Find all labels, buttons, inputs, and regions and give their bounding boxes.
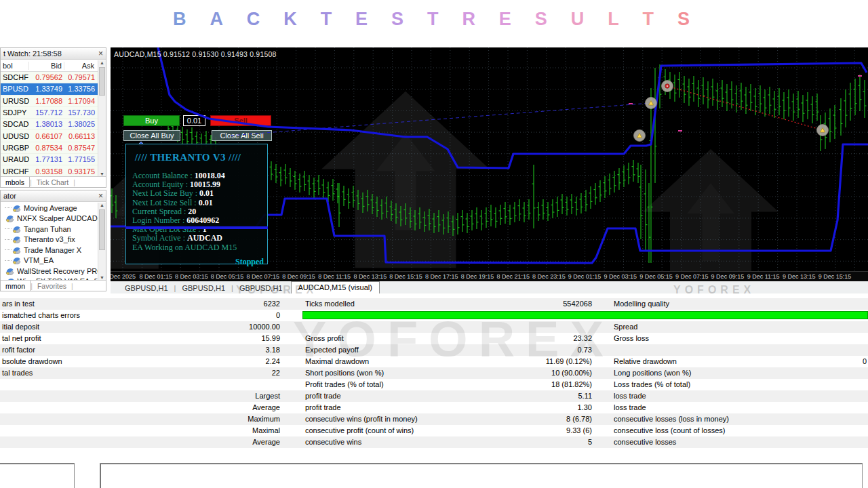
- expert-advisor-icon: [12, 256, 21, 264]
- navigator-tree: Moving AverageNXFX Scalper AUDCAD(Tangan…: [1, 203, 98, 280]
- report-label: consecutive losses (loss in money): [614, 415, 729, 423]
- table-row: tal trades22Short positions (won %)10 (9…: [0, 367, 868, 379]
- chart-plot[interactable]: AUDCAD,M15 0.91512 0.91530 0.91493 0.915…: [111, 47, 868, 281]
- chart-ohlc-readout: AUDCAD,M15 0.91512 0.91530 0.91493 0.915…: [114, 50, 277, 58]
- close-icon[interactable]: ×: [98, 50, 103, 57]
- title-letter: L: [608, 9, 619, 33]
- bid-cell: 1.33749: [29, 85, 64, 93]
- watch-row[interactable]: URUSD1.170881.17094: [1, 96, 98, 107]
- report-value: 0: [614, 357, 867, 365]
- watch-row[interactable]: SDJPY157.712157.730: [1, 107, 98, 119]
- scrollbar-thumb[interactable]: [99, 67, 105, 96]
- report-value: 18 (81.82%): [312, 380, 592, 388]
- watch-row[interactable]: URAUD1.771311.77155: [1, 154, 98, 165]
- navigator-scrollbar[interactable]: ▲ ▼: [98, 203, 106, 280]
- bid-cell: 0.79562: [29, 73, 64, 81]
- time-axis-label: 8 Dec 11:15: [318, 273, 351, 280]
- report-value: 3.18: [0, 346, 280, 354]
- bid-cell: 0.93158: [29, 167, 64, 176]
- ea-line-label: Login Number :: [132, 216, 186, 225]
- ask-cell: 1.33756: [64, 85, 97, 93]
- modelling-quality-bar: [302, 311, 868, 319]
- tab-market-watch-1[interactable]: Tick Chart: [32, 177, 73, 187]
- time-axis-label: 8 Dec 13:15: [354, 273, 387, 280]
- watch-row[interactable]: UDUSD0.661070.66113: [1, 130, 98, 142]
- navigator-item-label: WallStreet Recovery PRC: [17, 267, 98, 275]
- watch-row[interactable]: URCHF0.931580.93175: [1, 165, 98, 176]
- sidebar-item-ea[interactable]: Theranto v3_fix: [1, 235, 98, 245]
- time-axis-label: 8 Dec 19:15: [461, 273, 494, 280]
- close-icon[interactable]: ×: [98, 192, 103, 199]
- title-letter: U: [571, 9, 585, 33]
- sidebar-item-ea[interactable]: VTM_EA: [1, 256, 98, 266]
- report-label: Spread: [614, 323, 637, 331]
- report-value: 2.24: [0, 357, 280, 365]
- symbol-cell: SDCHF: [1, 73, 29, 81]
- navigator-item-label: Tangan Tuhan: [24, 225, 71, 233]
- symbol-column-header: bol: [1, 62, 29, 70]
- time-axis-label: 8 Dec 01:15: [139, 273, 172, 280]
- report-value: 5.11: [312, 392, 592, 400]
- time-axis-label: 8 Dec 05:15: [211, 273, 244, 280]
- navigator-item-label: VTM_EA: [24, 256, 54, 264]
- symbol-cell: URUSD: [1, 97, 29, 105]
- chart-tab-3[interactable]: AUDCAD,M15 (visual): [291, 281, 380, 293]
- sidebar-item-ea[interactable]: NXFX Scalper AUDCAD(: [1, 214, 98, 224]
- watch-row[interactable]: SDCAD1.380131.38025: [1, 119, 98, 130]
- sidebar-item-ea[interactable]: Moving Average: [1, 203, 98, 214]
- report-value: 23.32: [312, 334, 592, 342]
- scrollbar-thumb[interactable]: [99, 209, 105, 250]
- sidebar-item-ea[interactable]: Tangan Tuhan: [1, 224, 98, 235]
- table-row: itial deposit10000.00Spread: [0, 321, 868, 333]
- title-letter: S: [677, 9, 690, 33]
- chart-tab-0[interactable]: GBPUSD,H1: [119, 283, 174, 293]
- title-letter: T: [643, 9, 654, 33]
- scroll-down-icon[interactable]: ▼: [98, 275, 106, 280]
- ask-cell: 1.77155: [64, 155, 97, 163]
- bid-cell: 157.712: [29, 108, 64, 117]
- scroll-up-icon[interactable]: ▲: [98, 60, 106, 65]
- time-axis-label: 9 Dec 05:15: [639, 273, 673, 280]
- bid-cell: 0.66107: [29, 132, 64, 140]
- report-label: loss trade: [614, 392, 646, 400]
- time-axis-label: 8 Dec 23:15: [532, 273, 566, 280]
- watch-row[interactable]: BPUSD1.337491.33756: [1, 83, 98, 95]
- report-value: 1.30: [312, 403, 592, 411]
- time-axis-label: 8 Dec 03:15: [175, 273, 208, 280]
- tree-line: [5, 260, 12, 261]
- watch-row[interactable]: SDCHF0.795620.79571: [1, 72, 98, 83]
- report-label: Long positions (won %): [614, 369, 691, 377]
- title-letter: T: [427, 9, 439, 33]
- time-axis-label: 9 Dec 07:15: [675, 273, 709, 280]
- sidebar-item-ea[interactable]: WallStreet Recovery PRC: [1, 266, 98, 277]
- symbol-cell: SDCAD: [1, 120, 29, 128]
- market-watch-scrollbar[interactable]: ▲ ▼: [98, 60, 106, 176]
- chart-tab-1[interactable]: GBPUSD,H1: [176, 283, 231, 293]
- tab-navigator-1[interactable]: Favorites: [33, 281, 71, 291]
- ea-line-label: Symbol Active :: [132, 233, 187, 243]
- tab-market-watch-0[interactable]: mbols: [1, 177, 30, 187]
- ea-line-value: 10015.99: [190, 180, 220, 189]
- watch-row[interactable]: URGBP0.875340.87547: [1, 142, 98, 154]
- ask-cell: 1.17094: [64, 97, 97, 105]
- ask-cell: 157.730: [64, 108, 97, 117]
- tab-separator: |: [71, 281, 73, 291]
- report-value: 10 (90.00%): [312, 369, 592, 377]
- ea-line-value: 20: [188, 207, 196, 216]
- report-value: 10000.00: [0, 323, 280, 331]
- report-label: consecutive losses: [614, 438, 676, 446]
- tree-line: [5, 228, 12, 229]
- sidebar-item-ea[interactable]: Trade Manager X: [1, 245, 98, 256]
- expert-advisor-icon: [5, 267, 14, 275]
- report-value: 11.69 (0.12%): [312, 357, 592, 365]
- time-axis-label: 8 Dec 09:15: [282, 273, 315, 280]
- page-title: BACKTESTRESULTS: [173, 9, 690, 33]
- symbol-cell: URAUD: [1, 155, 29, 163]
- title-letter: S: [391, 9, 403, 33]
- report-label: consecutive loss (count of losses): [614, 426, 725, 434]
- tab-navigator-0[interactable]: mmon: [1, 281, 31, 291]
- scroll-down-icon[interactable]: ▼: [98, 171, 106, 176]
- ea-line-label: Account Equity :: [132, 180, 190, 189]
- scroll-up-icon[interactable]: ▲: [98, 203, 106, 207]
- chart-tab-2[interactable]: GBPUSD,H1: [233, 283, 289, 293]
